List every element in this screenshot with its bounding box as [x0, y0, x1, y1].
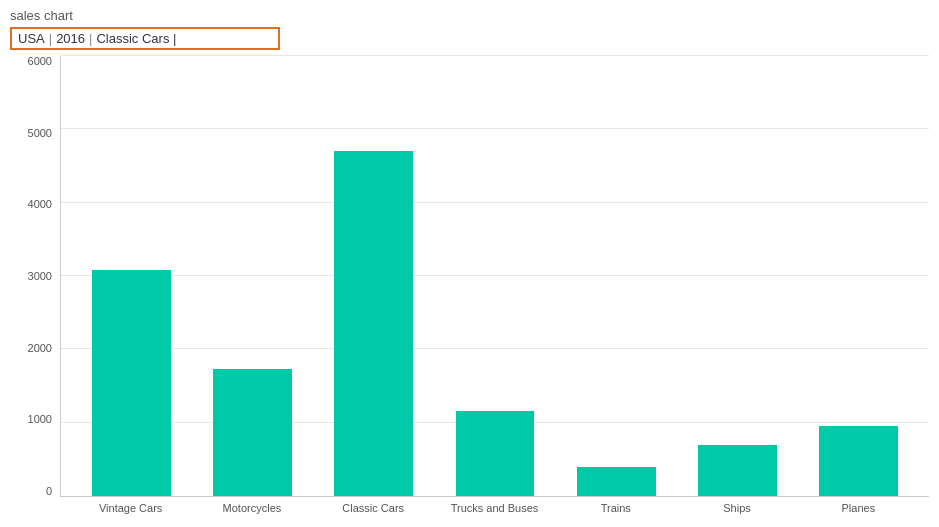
bar-group — [192, 56, 313, 496]
bar — [334, 151, 413, 496]
x-axis-label: Planes — [798, 497, 919, 519]
y-axis-label: 3000 — [28, 271, 52, 282]
bar-group — [556, 56, 677, 496]
y-axis-label: 0 — [46, 486, 52, 497]
x-axis-label: Classic Cars — [313, 497, 434, 519]
x-axis-label: Vintage Cars — [70, 497, 191, 519]
filter-year: 2016 — [56, 31, 85, 46]
bar-group — [434, 56, 555, 496]
x-axis-label: Motorcycles — [191, 497, 312, 519]
y-axis-label: 5000 — [28, 128, 52, 139]
x-axis-label: Trains — [555, 497, 676, 519]
bar — [213, 369, 292, 496]
filter-sep-1: | — [49, 31, 52, 46]
bar-group — [677, 56, 798, 496]
bar — [698, 445, 777, 496]
y-axis-label: 2000 — [28, 343, 52, 354]
y-axis-label: 1000 — [28, 414, 52, 425]
bar-group — [313, 56, 434, 496]
bar — [819, 426, 898, 496]
bar — [92, 270, 171, 496]
filter-sep-2: | — [89, 31, 92, 46]
x-labels: Vintage CarsMotorcyclesClassic CarsTruck… — [60, 497, 929, 519]
chart-title: sales chart — [10, 8, 929, 23]
filter-cursor: | — [169, 31, 176, 46]
chart-area: 6000500040003000200010000 Vintage CarsMo… — [10, 56, 929, 519]
y-axis-label: 6000 — [28, 56, 52, 67]
chart-body: Vintage CarsMotorcyclesClassic CarsTruck… — [60, 56, 929, 519]
filter-category: Classic Cars — [96, 31, 169, 46]
filter-box[interactable]: USA | 2016 | Classic Cars | — [10, 27, 280, 50]
bar-group — [71, 56, 192, 496]
gridlines-and-bars — [60, 56, 929, 497]
y-axis: 6000500040003000200010000 — [10, 56, 60, 519]
bar-group — [798, 56, 919, 496]
filter-country: USA — [18, 31, 45, 46]
bar — [577, 467, 656, 496]
x-axis-label: Ships — [676, 497, 797, 519]
y-axis-label: 4000 — [28, 199, 52, 210]
bars-row — [61, 56, 929, 496]
bar — [456, 411, 535, 496]
x-axis-label: Trucks and Buses — [434, 497, 555, 519]
page-container: sales chart USA | 2016 | Classic Cars | … — [0, 0, 939, 527]
chart-inner: 6000500040003000200010000 Vintage CarsMo… — [10, 56, 929, 519]
